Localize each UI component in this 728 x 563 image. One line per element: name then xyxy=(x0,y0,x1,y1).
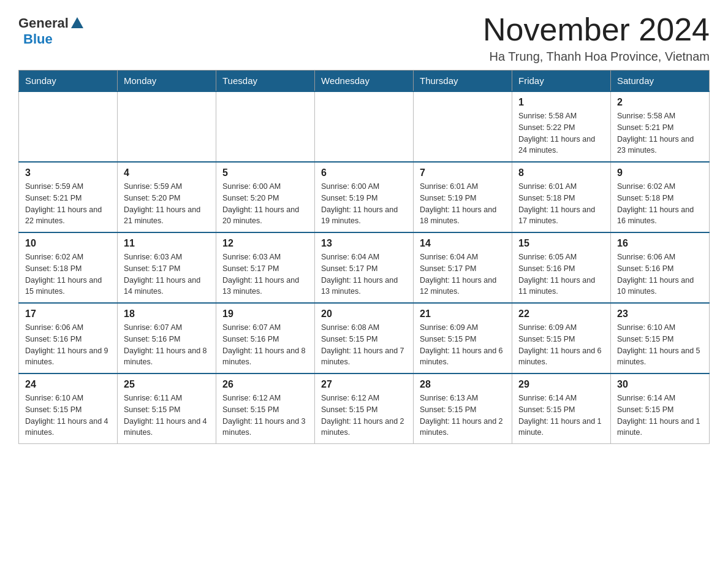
calendar-cell: 19Sunrise: 6:07 AM Sunset: 5:16 PM Dayli… xyxy=(216,303,315,373)
day-info: Sunrise: 6:01 AM Sunset: 5:19 PM Dayligh… xyxy=(420,181,506,227)
calendar-cell: 27Sunrise: 6:12 AM Sunset: 5:15 PM Dayli… xyxy=(315,373,414,444)
title-section: November 2024 Ha Trung, Thanh Hoa Provin… xyxy=(483,12,710,64)
day-number: 25 xyxy=(124,379,210,390)
calendar-cell: 12Sunrise: 6:03 AM Sunset: 5:17 PM Dayli… xyxy=(216,232,315,303)
calendar-cell: 2Sunrise: 5:58 AM Sunset: 5:21 PM Daylig… xyxy=(611,91,710,162)
day-info: Sunrise: 6:04 AM Sunset: 5:17 PM Dayligh… xyxy=(420,251,506,297)
calendar-cell: 7Sunrise: 6:01 AM Sunset: 5:19 PM Daylig… xyxy=(414,162,512,232)
calendar-cell: 9Sunrise: 6:02 AM Sunset: 5:18 PM Daylig… xyxy=(611,162,710,232)
day-info: Sunrise: 6:05 AM Sunset: 5:16 PM Dayligh… xyxy=(518,251,604,297)
calendar-cell: 15Sunrise: 6:05 AM Sunset: 5:16 PM Dayli… xyxy=(512,232,611,303)
day-info: Sunrise: 6:11 AM Sunset: 5:15 PM Dayligh… xyxy=(124,393,210,439)
day-info: Sunrise: 6:02 AM Sunset: 5:18 PM Dayligh… xyxy=(617,181,703,227)
logo-blue-text: Blue xyxy=(23,31,53,47)
day-info: Sunrise: 6:07 AM Sunset: 5:16 PM Dayligh… xyxy=(124,322,210,368)
day-info: Sunrise: 5:58 AM Sunset: 5:21 PM Dayligh… xyxy=(617,110,703,156)
day-info: Sunrise: 6:03 AM Sunset: 5:17 PM Dayligh… xyxy=(222,251,308,297)
day-number: 30 xyxy=(617,379,703,390)
calendar-cell: 20Sunrise: 6:08 AM Sunset: 5:15 PM Dayli… xyxy=(315,303,414,373)
calendar-cell: 3Sunrise: 5:59 AM Sunset: 5:21 PM Daylig… xyxy=(19,162,118,232)
calendar-cell: 10Sunrise: 6:02 AM Sunset: 5:18 PM Dayli… xyxy=(19,232,118,303)
day-number: 21 xyxy=(420,308,506,320)
day-info: Sunrise: 6:09 AM Sunset: 5:15 PM Dayligh… xyxy=(420,322,506,368)
day-number: 27 xyxy=(321,379,407,390)
day-info: Sunrise: 5:59 AM Sunset: 5:20 PM Dayligh… xyxy=(124,181,210,227)
day-info: Sunrise: 6:06 AM Sunset: 5:16 PM Dayligh… xyxy=(25,322,111,368)
calendar-cell: 13Sunrise: 6:04 AM Sunset: 5:17 PM Dayli… xyxy=(315,232,414,303)
day-of-week-header: Monday xyxy=(118,71,216,92)
calendar-cell: 6Sunrise: 6:00 AM Sunset: 5:19 PM Daylig… xyxy=(315,162,414,232)
day-info: Sunrise: 6:00 AM Sunset: 5:19 PM Dayligh… xyxy=(321,181,407,227)
day-number: 16 xyxy=(617,238,703,249)
calendar-header-row: SundayMondayTuesdayWednesdayThursdayFrid… xyxy=(19,71,710,92)
day-number: 14 xyxy=(420,238,506,249)
calendar-cell: 4Sunrise: 5:59 AM Sunset: 5:20 PM Daylig… xyxy=(118,162,216,232)
day-of-week-header: Saturday xyxy=(611,71,710,92)
day-number: 22 xyxy=(518,308,604,320)
calendar-cell: 29Sunrise: 6:14 AM Sunset: 5:15 PM Dayli… xyxy=(512,373,611,444)
day-info: Sunrise: 6:10 AM Sunset: 5:15 PM Dayligh… xyxy=(25,393,111,439)
day-number: 6 xyxy=(321,167,407,178)
day-info: Sunrise: 6:12 AM Sunset: 5:15 PM Dayligh… xyxy=(321,393,407,439)
calendar-cell xyxy=(19,91,118,162)
day-info: Sunrise: 6:02 AM Sunset: 5:18 PM Dayligh… xyxy=(25,251,111,297)
day-number: 11 xyxy=(124,238,210,249)
day-number: 17 xyxy=(25,308,111,320)
calendar-cell: 30Sunrise: 6:14 AM Sunset: 5:15 PM Dayli… xyxy=(611,373,710,444)
day-number: 5 xyxy=(222,167,308,178)
calendar-cell xyxy=(414,91,512,162)
day-number: 29 xyxy=(518,379,604,390)
calendar-cell: 1Sunrise: 5:58 AM Sunset: 5:22 PM Daylig… xyxy=(512,91,611,162)
day-number: 12 xyxy=(222,238,308,249)
day-info: Sunrise: 6:14 AM Sunset: 5:15 PM Dayligh… xyxy=(518,393,604,439)
calendar-cell: 28Sunrise: 6:13 AM Sunset: 5:15 PM Dayli… xyxy=(414,373,512,444)
day-info: Sunrise: 5:58 AM Sunset: 5:22 PM Dayligh… xyxy=(518,110,604,156)
day-number: 10 xyxy=(25,238,111,249)
page-header: General Blue November 2024 Ha Trung, Tha… xyxy=(18,12,710,64)
calendar-cell: 26Sunrise: 6:12 AM Sunset: 5:15 PM Dayli… xyxy=(216,373,315,444)
week-row: 1Sunrise: 5:58 AM Sunset: 5:22 PM Daylig… xyxy=(19,91,710,162)
calendar-table: SundayMondayTuesdayWednesdayThursdayFrid… xyxy=(18,70,710,444)
day-of-week-header: Thursday xyxy=(414,71,512,92)
calendar-cell: 23Sunrise: 6:10 AM Sunset: 5:15 PM Dayli… xyxy=(611,303,710,373)
logo-general-text: General xyxy=(18,15,69,31)
day-info: Sunrise: 6:03 AM Sunset: 5:17 PM Dayligh… xyxy=(124,251,210,297)
calendar-cell: 17Sunrise: 6:06 AM Sunset: 5:16 PM Dayli… xyxy=(19,303,118,373)
day-of-week-header: Friday xyxy=(512,71,611,92)
calendar-cell: 21Sunrise: 6:09 AM Sunset: 5:15 PM Dayli… xyxy=(414,303,512,373)
calendar-cell: 24Sunrise: 6:10 AM Sunset: 5:15 PM Dayli… xyxy=(19,373,118,444)
calendar-cell: 5Sunrise: 6:00 AM Sunset: 5:20 PM Daylig… xyxy=(216,162,315,232)
day-info: Sunrise: 6:04 AM Sunset: 5:17 PM Dayligh… xyxy=(321,251,407,297)
week-row: 24Sunrise: 6:10 AM Sunset: 5:15 PM Dayli… xyxy=(19,373,710,444)
day-number: 20 xyxy=(321,308,407,320)
day-info: Sunrise: 6:13 AM Sunset: 5:15 PM Dayligh… xyxy=(420,393,506,439)
day-number: 3 xyxy=(25,167,111,178)
day-number: 9 xyxy=(617,167,703,178)
day-number: 13 xyxy=(321,238,407,249)
day-info: Sunrise: 6:01 AM Sunset: 5:18 PM Dayligh… xyxy=(518,181,604,227)
calendar-cell xyxy=(315,91,414,162)
calendar-cell: 18Sunrise: 6:07 AM Sunset: 5:16 PM Dayli… xyxy=(118,303,216,373)
day-number: 26 xyxy=(222,379,308,390)
day-info: Sunrise: 6:06 AM Sunset: 5:16 PM Dayligh… xyxy=(617,251,703,297)
calendar-cell: 22Sunrise: 6:09 AM Sunset: 5:15 PM Dayli… xyxy=(512,303,611,373)
week-row: 17Sunrise: 6:06 AM Sunset: 5:16 PM Dayli… xyxy=(19,303,710,373)
calendar-cell: 25Sunrise: 6:11 AM Sunset: 5:15 PM Dayli… xyxy=(118,373,216,444)
day-info: Sunrise: 6:07 AM Sunset: 5:16 PM Dayligh… xyxy=(222,322,308,368)
calendar-cell: 8Sunrise: 6:01 AM Sunset: 5:18 PM Daylig… xyxy=(512,162,611,232)
month-title: November 2024 xyxy=(483,12,710,47)
calendar-cell xyxy=(118,91,216,162)
calendar-cell: 16Sunrise: 6:06 AM Sunset: 5:16 PM Dayli… xyxy=(611,232,710,303)
day-number: 28 xyxy=(420,379,506,390)
day-info: Sunrise: 6:00 AM Sunset: 5:20 PM Dayligh… xyxy=(222,181,308,227)
day-of-week-header: Wednesday xyxy=(315,71,414,92)
day-info: Sunrise: 6:12 AM Sunset: 5:15 PM Dayligh… xyxy=(222,393,308,439)
day-number: 2 xyxy=(617,97,703,108)
calendar-cell: 14Sunrise: 6:04 AM Sunset: 5:17 PM Dayli… xyxy=(414,232,512,303)
day-info: Sunrise: 6:14 AM Sunset: 5:15 PM Dayligh… xyxy=(617,393,703,439)
logo: General Blue xyxy=(18,12,83,47)
day-number: 4 xyxy=(124,167,210,178)
week-row: 3Sunrise: 5:59 AM Sunset: 5:21 PM Daylig… xyxy=(19,162,710,232)
day-info: Sunrise: 6:10 AM Sunset: 5:15 PM Dayligh… xyxy=(617,322,703,368)
logo-triangle-icon xyxy=(71,17,83,28)
